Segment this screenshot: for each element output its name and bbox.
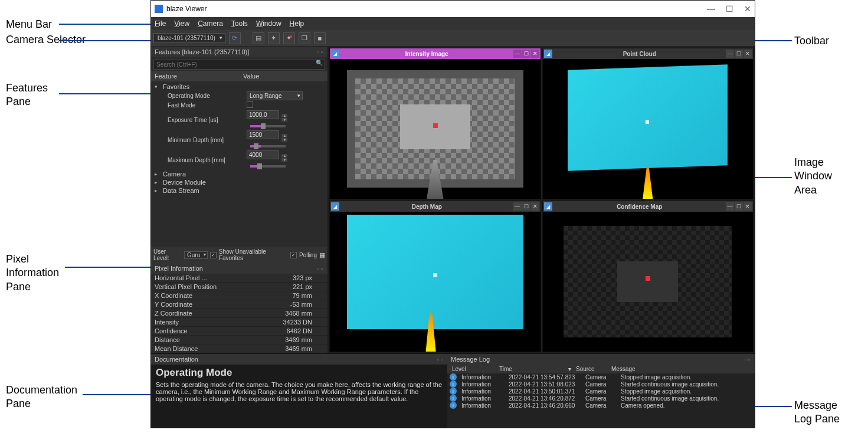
search-row: 🔍 — [151, 57, 327, 71]
maximize-icon[interactable]: ☐ — [522, 50, 530, 58]
maximize-icon[interactable]: ☐ — [735, 50, 743, 58]
exposure-input[interactable]: 1000,0 — [247, 110, 279, 119]
group-favorites[interactable]: ▾Favorites — [151, 83, 327, 91]
close-icon[interactable]: ✕ — [743, 202, 752, 211]
min-depth-slider[interactable] — [250, 145, 286, 147]
menu-view[interactable]: View — [174, 19, 189, 28]
toolbar-btn-wand[interactable]: ✦ — [268, 32, 280, 44]
spike-shape — [635, 168, 660, 199]
show-unavailable-label: Show Unavailable Favorites — [219, 248, 289, 261]
pointcloud-header[interactable]: ◢ Point Cloud —☐✕ — [543, 48, 754, 59]
camera-selector[interactable]: blaze-101 (23577110) — [153, 33, 225, 43]
documentation-header: Documentation ▫▫ — [151, 354, 447, 365]
toolbar: blaze-101 (23577110) ⟳ ▤ ✦ ✦ ❐ ■ — [151, 30, 755, 47]
menu-file[interactable]: File — [155, 19, 166, 28]
col-level[interactable]: Level — [450, 366, 497, 372]
close-icon[interactable]: ✕ — [531, 50, 539, 58]
exposure-spinner[interactable]: ▴▾ — [281, 114, 287, 122]
exposure-slider[interactable] — [250, 125, 286, 127]
menu-bar[interactable]: File View Camera Tools Window Help — [151, 17, 755, 30]
pane-controls[interactable]: ▫▫ — [745, 356, 751, 363]
minimize-icon[interactable]: — — [513, 50, 522, 58]
confidence-viewport[interactable] — [543, 212, 754, 352]
maximize-icon[interactable]: ☐ — [735, 202, 743, 211]
toolbar-btn-wand-red[interactable]: ✦ — [283, 32, 295, 44]
annot-toolbar: Toolbar — [794, 34, 829, 48]
message-row[interactable]: iInformation2022-04-21 13:50:01.371Camer… — [447, 388, 755, 395]
pointcloud-window[interactable]: ◢ Point Cloud —☐✕ — [542, 48, 754, 199]
pane-controls[interactable]: ▫▫ — [317, 49, 324, 55]
max-depth-slider[interactable] — [250, 165, 286, 168]
t: FeaturesPane — [6, 82, 48, 107]
depth-header[interactable]: ◢ Depth Map —☐✕ — [330, 201, 541, 212]
col-time[interactable]: Time ▾ — [497, 366, 574, 372]
row-exposure-time: Exposure Time [us] 1000,0 ▴▾ — [151, 110, 327, 130]
polling-checkbox[interactable]: ✓ — [290, 252, 297, 258]
group-data-stream[interactable]: ▸Data Stream — [151, 186, 327, 195]
confidence-window[interactable]: ◢ Confidence Map —☐✕ — [542, 201, 754, 352]
value: 79 mm — [237, 292, 324, 299]
close-icon[interactable]: ✕ — [531, 202, 539, 211]
menu-tools[interactable]: Tools — [231, 19, 248, 28]
info-icon: i — [450, 373, 457, 380]
value: 6462 DN — [237, 327, 324, 334]
col-message[interactable]: Message — [609, 366, 752, 372]
toolbar-btn-stop[interactable]: ■ — [314, 32, 326, 44]
info-icon: i — [450, 380, 457, 388]
col-source[interactable]: Source — [574, 366, 609, 372]
maximize-button[interactable]: ☐ — [726, 4, 733, 14]
toolbar-btn-save[interactable]: ▤ — [253, 32, 264, 44]
minimize-icon[interactable]: — — [726, 202, 734, 211]
user-level-combo[interactable]: Guru — [184, 251, 208, 259]
pointcloud-title: Point Cloud — [553, 51, 726, 57]
operating-mode-combo[interactable]: Long Range — [247, 91, 303, 100]
max-depth-input[interactable]: 4000 — [247, 150, 279, 159]
toolbar-btn-windows[interactable]: ❐ — [299, 32, 310, 44]
minimize-icon[interactable]: — — [513, 202, 522, 211]
menu-help[interactable]: Help — [290, 19, 304, 28]
close-icon[interactable]: ✕ — [743, 50, 752, 58]
t: PixelInformationPane — [6, 253, 59, 293]
depth-viewport[interactable] — [330, 212, 541, 352]
message-row[interactable]: iInformation2022-04-21 13:46:20.660Camer… — [447, 402, 755, 409]
message-row[interactable]: iInformation2022-04-21 13:46:20.872Camer… — [447, 395, 755, 402]
pane-controls[interactable]: ▫▫ — [317, 265, 324, 272]
pointcloud-viewport[interactable] — [543, 59, 754, 199]
min-depth-input[interactable]: 1500 — [247, 130, 279, 139]
max-depth-spinner[interactable]: ▴▾ — [281, 154, 287, 162]
value: 323 px — [237, 274, 324, 281]
source: Camera — [583, 402, 618, 409]
search-input[interactable] — [153, 60, 325, 70]
label: Exposure Time [us] — [168, 117, 244, 123]
label: Fast Mode — [168, 102, 244, 109]
pixel-info-row: Vertical Pixel Position221 px — [151, 283, 327, 291]
intensity-header[interactable]: ◢ Intensity Image —☐✕ — [330, 48, 541, 59]
pixel-info-row: Y Coordinate-53 mm — [151, 300, 327, 309]
message-row[interactable]: iInformation2022-04-21 13:51:08.023Camer… — [447, 380, 755, 388]
documentation-pane: Documentation ▫▫ Operating Mode Sets the… — [151, 354, 447, 428]
depth-window[interactable]: ◢ Depth Map —☐✕ — [329, 201, 541, 352]
confidence-header[interactable]: ◢ Confidence Map —☐✕ — [543, 201, 754, 212]
minimize-icon[interactable]: — — [726, 50, 734, 58]
refresh-button[interactable]: ⟳ — [229, 32, 241, 44]
group-device-module[interactable]: ▸Device Module — [151, 178, 327, 186]
cursor-marker — [646, 120, 649, 124]
time: 2022-04-21 13:46:20.660 — [506, 402, 583, 409]
intensity-window[interactable]: ◢ Intensity Image —☐✕ — [329, 48, 541, 199]
pointcloud-content — [568, 64, 728, 170]
row-fast-mode: Fast Mode — [151, 101, 327, 110]
message-row[interactable]: iInformation2022-04-21 13:54:57.823Camer… — [447, 373, 755, 380]
maximize-icon[interactable]: ☐ — [522, 202, 530, 211]
menu-camera[interactable]: Camera — [198, 19, 223, 28]
minimize-button[interactable]: — — [707, 4, 715, 14]
group-camera[interactable]: ▸Camera — [151, 170, 327, 178]
info-icon: i — [450, 402, 457, 409]
fast-mode-checkbox[interactable] — [247, 101, 253, 108]
pane-controls[interactable]: ▫▫ — [437, 356, 444, 363]
min-depth-spinner[interactable]: ▴▾ — [281, 134, 287, 142]
show-unavailable-checkbox[interactable]: ✓ — [210, 252, 217, 258]
intensity-viewport[interactable] — [330, 59, 541, 199]
settings-icon[interactable]: ▦ — [319, 251, 325, 259]
menu-window[interactable]: Window — [256, 19, 281, 28]
close-button[interactable]: ✕ — [744, 4, 751, 14]
